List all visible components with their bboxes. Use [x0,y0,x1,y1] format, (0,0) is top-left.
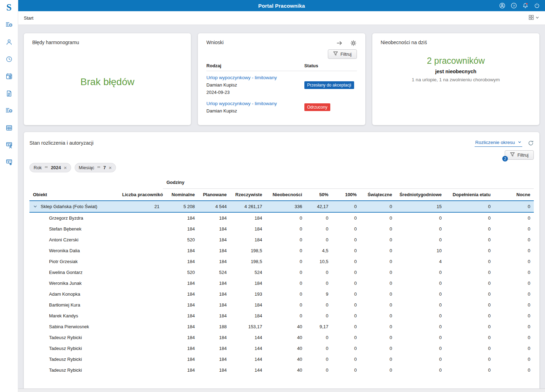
table-gear-icon [6,159,13,167]
cell-value: 0 [265,212,305,223]
employee-name: Adam Konopka [49,291,80,297]
chip-remove-icon[interactable]: × [64,165,67,170]
cell-value: 0 [265,245,305,256]
table-row[interactable]: Stefan Bębenek1841841840000000 [29,223,534,234]
breadcrumb[interactable]: Start [24,15,33,21]
bell-icon [522,2,529,9]
summary-row[interactable]: Sklep Gdańska (Foto Świat)215 2084 5444 … [29,201,534,212]
table-row[interactable]: Marek Kandys1841841840000000 [29,310,534,321]
table-row[interactable]: Adam Konopka1841841930900000 [29,289,534,300]
sidebar-item-employees[interactable] [5,39,13,47]
sidebar-item-timesheet-grid[interactable] [5,125,13,132]
chevron-down-icon [518,140,522,145]
open-requests-button[interactable] [336,40,343,47]
clock-icon [6,56,13,64]
table-row[interactable]: Grzegorz Byzdra1841841840000000 [29,212,534,223]
cell-value: 0 [360,310,395,321]
employee-name: Ewelina Gontarz [49,270,82,275]
request-item[interactable]: Urlop wypoczynkowy - limitowany Damian K… [206,71,357,97]
table-row[interactable]: Piotr Grzesiak184184198,5010,500400 [29,256,534,267]
table-row[interactable]: Ewelina Gontarz5205245240000000 [29,267,534,278]
column-header[interactable]: Rzeczywiste [230,189,265,201]
cell-value: 0 [360,354,395,365]
column-header[interactable]: 50% [306,189,332,201]
sidebar-item-calendar[interactable] [5,73,13,81]
column-header[interactable]: Obiekt [29,189,119,201]
cell-value: 193 [230,289,265,300]
employee-name: Marek Kandys [49,313,78,318]
table-row[interactable]: Weronika Junak1841841840000000 [29,278,534,289]
cell-value: 0 [445,300,494,310]
cell-value: 0 [494,212,534,223]
sidebar-item-reports[interactable] [5,142,13,150]
requests-settings-button[interactable] [350,40,357,47]
settlement-filter-button[interactable]: 2 Filtruj [505,150,534,160]
table-row[interactable]: Tadeusz Rybicki18418414440000000 [29,332,534,343]
document-icon [6,90,13,98]
requests-card: Wnioski [198,33,365,125]
cell-value: 0 [494,343,534,354]
table-row[interactable]: Sabina Pierwiosnek184188153,17409,170000… [29,321,534,332]
table-row[interactable]: Tadeusz Rybicki18418414440000000 [29,354,534,365]
notifications-button[interactable] [522,2,529,9]
cell-value: 0 [445,310,494,321]
column-header[interactable]: Świąteczne [360,189,395,201]
cell-value: 0 [265,267,305,278]
column-header[interactable]: Dopełnienia etatu [445,189,494,201]
column-header[interactable]: Nieobecności [265,189,305,201]
period-select[interactable]: Rozliczenie okresu [475,139,522,147]
breadcrumb-bar: Start [18,11,545,25]
request-type-link[interactable]: Urlop wypoczynkowy - limitowany [206,101,304,106]
column-header[interactable]: Nominalne [163,189,198,201]
cell-value: 0 [396,278,446,289]
cell-value: 336 [265,201,305,212]
cell-value: 0 [445,223,494,234]
column-header[interactable]: Średniotygodniowe [396,189,446,201]
sidebar-item-schedule-planning[interactable] [5,22,13,29]
refresh-button[interactable] [528,140,534,146]
dashboard-layout-button[interactable] [528,14,539,22]
request-type-link[interactable]: Urlop wypoczynkowy - limitowany [206,75,304,80]
cell-value: 40 [265,343,305,354]
sidebar-item-table-settings[interactable] [5,159,13,167]
table-row[interactable]: Tadeusz Rybicki18418414440000000 [29,365,534,376]
collapse-chevron-icon[interactable] [33,204,37,209]
cell-value: 0 [332,278,360,289]
cell-value [119,321,163,332]
cell-value: 0 [360,365,395,376]
cell-value [119,212,163,223]
cell-value [119,223,163,234]
cell-value: 0 [445,343,494,354]
sidebar-item-worktime[interactable] [5,56,13,64]
table-row[interactable]: Tadeusz Rybicki18418414440000000 [29,343,534,354]
hours-group-header: Godziny [163,177,534,189]
equals-icon [97,165,101,170]
logout-button[interactable] [534,2,540,9]
filter-chip-month[interactable]: Miesiąc 7 × [75,163,116,172]
request-item[interactable]: Urlop wypoczynkowy - limitowany Damian K… [206,97,357,116]
cell-value: 184 [163,300,198,310]
sidebar-item-schedule-overview[interactable] [5,108,13,115]
cell-value: 184 [230,212,265,223]
table-row[interactable]: Weronika Dalia184184198,504,5001000 [29,245,534,256]
chip-remove-icon[interactable]: × [109,165,112,170]
table-row[interactable]: Bartłomiej Kura1841841840000000 [29,300,534,310]
column-header[interactable]: Nocne [494,189,534,201]
cell-value: 184 [198,300,230,310]
account-button[interactable] [499,2,505,9]
help-button[interactable]: ? [511,2,517,9]
cell-value: 4 [396,256,446,267]
cell-value: 0 [332,256,360,267]
table-row[interactable]: Antoni Czerski5201841840000000 [29,234,534,245]
column-header[interactable]: Planowane [198,189,230,201]
cell-value: 40 [265,354,305,365]
column-header[interactable]: Liczba pracowników [119,189,163,201]
cell-value: 144 [230,354,265,365]
app-logo[interactable]: S [6,1,12,13]
horizontal-scrollbar[interactable] [18,388,545,392]
sidebar-item-documents[interactable] [5,90,13,98]
chevron-down-icon [535,15,539,21]
filter-chip-year[interactable]: Rok 2024 × [29,163,71,172]
requests-filter-button[interactable]: Filtruj [328,49,357,59]
column-header[interactable]: 100% [332,189,360,201]
